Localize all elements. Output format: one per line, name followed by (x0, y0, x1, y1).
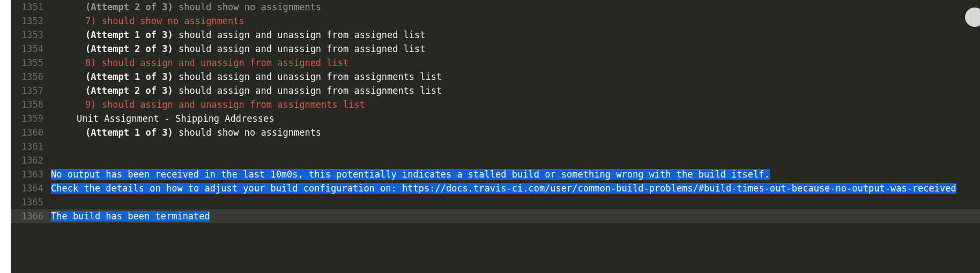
log-row: 1366The build has been terminated (11, 209, 980, 223)
log-segment: (Attempt 1 of 3) (51, 71, 179, 82)
log-row: 13589) should assign and unassign from a… (11, 98, 980, 112)
line-number: 1361 (11, 139, 51, 153)
log-segment (51, 155, 56, 166)
line-number: 1352 (11, 14, 51, 28)
line-number: 1356 (11, 70, 51, 84)
line-number: 1358 (11, 98, 51, 112)
line-number: 1355 (11, 56, 51, 70)
log-row: 1364Check the details on how to adjust y… (11, 181, 980, 195)
log-row: 1360(Attempt 1 of 3) should show no assi… (11, 126, 980, 139)
log-segment: should assign and unassign from assigned… (179, 29, 426, 40)
log-row: 13527) should show no assignments (11, 14, 980, 28)
line-content: Unit Assignment - Shipping Addresses (51, 112, 980, 126)
app-root: 1351(Attempt 2 of 3) should show no assi… (0, 0, 980, 273)
line-content: (Attempt 1 of 3) should assign and unass… (51, 70, 980, 84)
log-row: 1353(Attempt 1 of 3) should assign and u… (11, 28, 980, 42)
log-segment: (Attempt 1 of 3) (51, 127, 179, 138)
line-content (51, 153, 980, 167)
line-content: (Attempt 2 of 3) should show no assignme… (51, 0, 980, 14)
line-content: No output has been received in the last … (51, 167, 980, 181)
line-content: The build has been terminated (51, 209, 980, 223)
log-segment: should show no assignments (179, 2, 321, 12)
build-log-console[interactable]: 1351(Attempt 2 of 3) should show no assi… (11, 0, 980, 273)
log-row: 1362 (11, 153, 980, 167)
log-lines-container: 1351(Attempt 2 of 3) should show no assi… (11, 0, 980, 223)
log-row: 1361 (11, 139, 980, 153)
line-content: (Attempt 1 of 3) should assign and unass… (51, 28, 980, 42)
left-margin (0, 0, 11, 273)
line-number: 1366 (11, 209, 51, 223)
log-segment: 7) should show no assignments (51, 16, 244, 26)
line-content: (Attempt 2 of 3) should assign and unass… (51, 84, 980, 98)
log-segment: (Attempt 2 of 3) (51, 2, 179, 12)
line-number: 1354 (11, 42, 51, 56)
log-row: 1351(Attempt 2 of 3) should show no assi… (11, 0, 980, 14)
line-number: 1357 (11, 84, 51, 98)
line-content: (Attempt 2 of 3) should assign and unass… (51, 42, 980, 56)
line-content: (Attempt 1 of 3) should show no assignme… (51, 126, 980, 139)
log-segment: Check the details on how to adjust your … (51, 183, 956, 194)
line-content: 9) should assign and unassign from assig… (51, 98, 980, 112)
log-segment: The build has been terminated (51, 211, 210, 222)
line-content: 8) should assign and unassign from assig… (51, 56, 980, 70)
log-segment: No output has been received in the last … (51, 169, 770, 180)
log-segment (51, 141, 56, 152)
line-number: 1351 (11, 0, 51, 14)
line-number: 1363 (11, 167, 51, 181)
line-content (51, 139, 980, 153)
log-row: 1365 (11, 195, 980, 209)
log-segment: should assign and unassign from assignme… (179, 85, 442, 96)
log-segment: (Attempt 2 of 3) (51, 85, 179, 96)
log-row: 13558) should assign and unassign from a… (11, 56, 980, 70)
line-number: 1353 (11, 28, 51, 42)
log-segment: (Attempt 2 of 3) (51, 43, 179, 54)
log-row: 1359Unit Assignment - Shipping Addresses (11, 112, 980, 126)
line-number: 1365 (11, 195, 51, 209)
log-segment: Unit Assignment - Shipping Addresses (51, 113, 274, 124)
log-segment: should show no assignments (179, 127, 321, 138)
line-content (51, 195, 980, 209)
log-segment: (Attempt 1 of 3) (51, 29, 179, 40)
line-number: 1359 (11, 112, 51, 126)
log-segment: 8) should assign and unassign from assig… (51, 57, 348, 68)
line-number: 1362 (11, 153, 51, 167)
line-number: 1360 (11, 126, 51, 139)
line-number: 1364 (11, 181, 51, 195)
line-content: Check the details on how to adjust your … (51, 181, 980, 195)
log-row: 1363No output has been received in the l… (11, 167, 980, 181)
log-row: 1357(Attempt 2 of 3) should assign and u… (11, 84, 980, 98)
log-segment: 9) should assign and unassign from assig… (51, 99, 365, 110)
log-row: 1356(Attempt 1 of 3) should assign and u… (11, 70, 980, 84)
log-segment (51, 197, 56, 208)
line-content: 7) should show no assignments (51, 14, 980, 28)
scroll-button[interactable] (965, 8, 980, 27)
log-segment: should assign and unassign from assignme… (179, 71, 442, 82)
log-row: 1354(Attempt 2 of 3) should assign and u… (11, 42, 980, 56)
log-segment: should assign and unassign from assigned… (179, 43, 426, 54)
